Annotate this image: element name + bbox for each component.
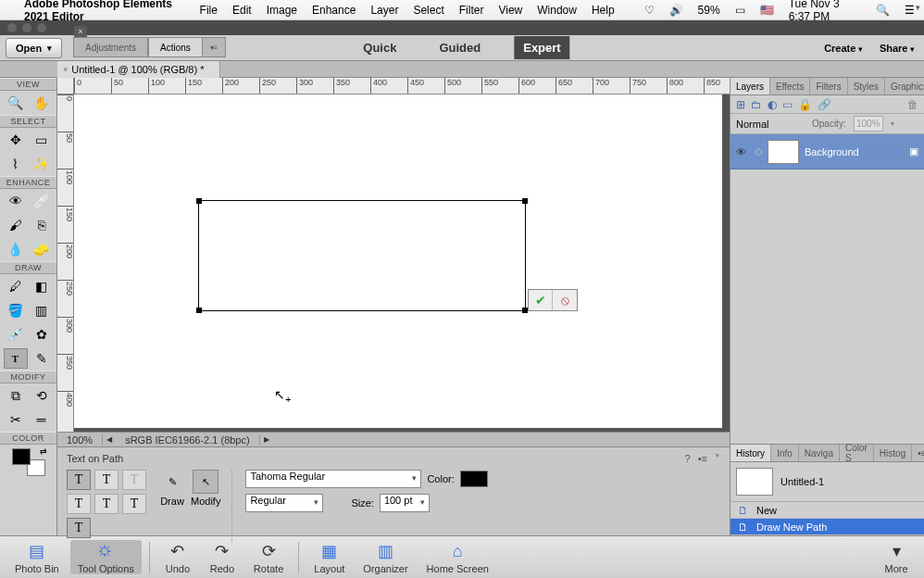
modify-path-icon[interactable]: ↖ [193,470,219,494]
handle-icon[interactable] [522,198,528,204]
handle-icon[interactable] [196,198,202,204]
share-button[interactable]: Share [880,43,915,54]
redeye-tool[interactable]: 👁 [4,191,28,211]
tab-styles[interactable]: Styles [848,78,885,94]
zoom-tool[interactable]: 🔍 [4,93,28,113]
flag-icon[interactable]: 🇺🇸 [760,4,774,17]
menu-image[interactable]: Image [267,4,297,17]
more-button[interactable]: ▾More [876,540,917,574]
canvas-viewport[interactable]: ✔ ⦸ ↖+ [74,94,730,432]
panel-tab-close-icon[interactable]: × [74,26,87,37]
menu-help[interactable]: Help [592,4,615,17]
font-family-select[interactable]: Tahoma Regular [245,470,421,488]
recompose-tool[interactable]: ⟲ [30,385,54,406]
tab-menu-icon[interactable]: ▾≡ [203,37,226,57]
close-icon[interactable]: × [63,65,68,74]
open-button[interactable]: Open [6,38,62,58]
handle-icon[interactable] [196,308,202,313]
next-icon[interactable]: ▶ [260,435,273,444]
opacity-stepper-icon[interactable]: ▾ [891,119,894,128]
pencil-tool[interactable]: ✎ [30,348,54,369]
tab-info[interactable]: Info [771,445,799,461]
link-icon[interactable]: 🔗 [818,98,831,111]
ruler-horizontal[interactable]: 0501001502002503003504004505005506006507… [74,78,730,94]
type-on-path-icon[interactable]: T [122,494,146,514]
blur-tool[interactable]: 💧 [4,239,28,259]
type-on-shape-icon[interactable]: T [94,494,119,514]
lasso-tool[interactable]: ⌇ [4,154,28,174]
tab-actions[interactable]: Actions [148,37,203,57]
spot-tool[interactable]: 🩹 [30,191,54,211]
move-tool[interactable]: ✥ [4,130,28,150]
ruler-vertical[interactable]: 050100150200250300350400 [57,94,74,432]
tab-layers[interactable]: Layers [730,78,770,94]
brush-tool[interactable]: 🖌 [4,215,28,235]
menu-view[interactable]: View [498,4,522,17]
shape-tool[interactable]: ✿ [30,324,54,345]
visibility-icon[interactable]: 👁 [736,146,749,157]
text-color-swatch[interactable] [460,471,488,487]
type-on-selection-icon[interactable]: T [67,494,91,514]
menu-enhance[interactable]: Enhance [312,4,356,17]
blend-mode-select[interactable]: Normal [736,119,805,130]
clock[interactable]: Tue Nov 3 6:37 PM [789,0,861,23]
ruler-origin[interactable] [57,78,74,94]
menu-filter[interactable]: Filter [459,4,484,17]
tool-options-button[interactable]: ⛭Tool Options [70,540,142,574]
mask-icon[interactable]: ▭ [782,98,793,111]
font-weight-select[interactable]: Regular [245,494,323,512]
commit-button[interactable]: ✔ [529,290,553,310]
mode-guided[interactable]: Guided [430,36,490,59]
horizontal-type-icon[interactable]: T [67,470,91,490]
picker-tool[interactable]: 💉 [4,324,28,345]
layout-button[interactable]: ▦Layout [306,540,352,574]
menu-layer[interactable]: Layer [370,4,398,17]
cancel-button[interactable]: ⦸ [553,290,577,310]
tab-adjustments[interactable]: Adjustments [73,37,148,57]
mode-expert[interactable]: Expert [514,36,569,59]
history-row[interactable]: 🗋 Draw New Path [730,519,924,535]
tab-graphics[interactable]: Graphics [885,78,924,94]
gradient-tool[interactable]: ▥ [30,300,54,320]
text-path-shape[interactable] [198,200,526,311]
mode-quick[interactable]: Quick [354,36,406,59]
tab-swatches[interactable]: Color S [840,445,874,461]
photo-bin-button[interactable]: ▤Photo Bin [7,540,67,574]
lock-icon[interactable]: 🔒 [798,98,812,111]
menu-select[interactable]: Select [413,4,443,17]
eraser-tool[interactable]: ◧ [30,276,54,296]
prev-icon[interactable]: ◀ [103,435,116,444]
battery-icon[interactable]: 59% [698,4,720,17]
traffic-zoom-icon[interactable] [37,23,46,32]
wifi-icon[interactable]: ♡ [644,4,655,17]
lock-pixels-icon[interactable]: ◇ [755,145,762,157]
traffic-close-icon[interactable] [7,23,17,32]
history-snapshot[interactable]: Untitled-1 [730,462,924,502]
layer-thumb[interactable] [768,140,799,164]
sponge-tool[interactable]: 🧽 [30,239,54,259]
app-name[interactable]: Adobe Photoshop Elements 2021 Editor [24,0,185,23]
straighten-tool[interactable]: ═ [30,409,54,430]
hand-tool[interactable]: ✋ [30,93,54,113]
marquee-tool[interactable]: ▭ [30,130,54,150]
redo-button[interactable]: ↷Redo [202,540,243,574]
type-tool[interactable]: T [4,348,28,369]
search-icon[interactable]: 🔍 [876,4,890,17]
canvas[interactable]: ✔ ⦸ ↖+ [74,94,722,428]
control-center-icon[interactable]: ☰ [905,4,915,17]
color-profile[interactable]: sRGB IEC61966-2.1 (8bpc) [116,434,260,446]
collapse-icon[interactable]: ˅ [715,453,720,465]
cookie-tool[interactable]: ✂ [4,409,28,430]
rotate-button[interactable]: ⟳Rotate [246,540,291,574]
tab-history[interactable]: History [730,445,771,461]
menu-file[interactable]: File [200,4,218,17]
panel-menu-icon[interactable]: •≡ [912,445,924,461]
layer-row[interactable]: 👁 ◇ Background ▣ [730,134,924,170]
help-icon[interactable]: ? [685,453,691,465]
volume-icon[interactable]: 🔊 [669,4,683,17]
home-button[interactable]: ⌂Home Screen [419,540,496,574]
draw-path-icon[interactable]: ✎ [159,470,185,494]
swap-colors-icon[interactable]: ⇄ [40,446,47,456]
organizer-button[interactable]: ▥Organizer [356,540,415,574]
undo-button[interactable]: ↶Undo [157,540,198,574]
